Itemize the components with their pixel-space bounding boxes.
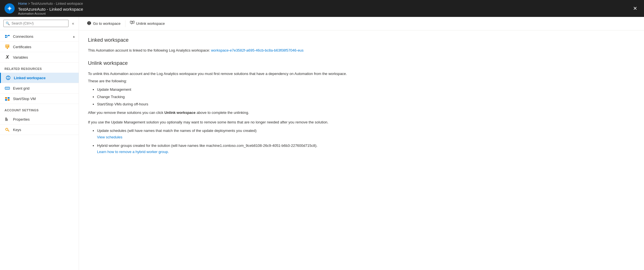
connections-expand-icon: ▲ xyxy=(72,35,75,38)
startstop-vm-icon xyxy=(5,96,10,101)
linked-workspace-title: Linked workspace xyxy=(88,37,635,43)
related-resources-header: RELATED RESOURCES xyxy=(0,64,79,72)
breadcrumb: Home > TestAzureAuto - Linked workspace xyxy=(18,2,83,6)
svg-rect-9 xyxy=(6,46,8,47)
svg-point-10 xyxy=(6,47,8,49)
svg-point-0 xyxy=(8,7,11,10)
linked-workspace-section: Linked workspace This Automation account… xyxy=(88,37,635,54)
event-grid-label: Event grid xyxy=(13,86,30,90)
main-layout: 🔍 « Connections ▲ xyxy=(0,17,644,270)
page-title: TestAzureAuto - Linked workspace xyxy=(18,7,83,12)
svg-rect-8 xyxy=(6,45,9,46)
unlink-workspace-section: Unlink workspace To unlink this Automati… xyxy=(88,60,635,155)
linked-workspace-body: This Automation account is linked to the… xyxy=(88,48,635,54)
nav-section-related: Linked workspace Event grid xyxy=(0,72,79,105)
bullet-update-management: Update Management xyxy=(97,87,635,93)
bullet-startstop-vms: Start/Stop VMs during off-hours xyxy=(97,101,635,107)
update-bullets: Update schedules (will have names that m… xyxy=(88,128,635,155)
update-bullet-schedules: Update schedules (will have names that m… xyxy=(97,128,635,140)
title-bar: Home > TestAzureAuto - Linked workspace … xyxy=(0,0,644,17)
sidebar-item-variables[interactable]: X Variables xyxy=(0,52,79,63)
content-area: Go to workspace Unlink workspace Linked … xyxy=(79,17,644,270)
certificates-icon xyxy=(5,44,10,50)
linked-workspace-label: Linked workspace xyxy=(14,76,46,80)
certificates-label: Certificates xyxy=(13,45,31,49)
unlink-workspace-button[interactable]: Unlink workspace xyxy=(127,19,168,28)
sidebar-item-linked-workspace[interactable]: Linked workspace xyxy=(0,73,79,83)
variables-icon: X xyxy=(5,54,10,60)
svg-rect-2 xyxy=(8,35,10,36)
search-bar: 🔍 « xyxy=(0,17,79,30)
startstop-vm-label: Start/Stop VM xyxy=(13,97,36,101)
account-settings-header: ACCOUNT SETTINGS xyxy=(0,105,79,113)
search-input[interactable] xyxy=(3,20,69,27)
svg-rect-23 xyxy=(7,119,8,121)
properties-label: Properties xyxy=(13,117,30,121)
unlink-workspace-title: Unlink workspace xyxy=(88,60,635,66)
unlink-workspace-icon xyxy=(130,21,134,26)
sidebar-item-startstop-vm[interactable]: Start/Stop VM xyxy=(0,94,79,104)
unlink-workspace-label: Unlink workspace xyxy=(136,21,165,26)
update-bullet-hybrid: Hybrid worker groups created for the sol… xyxy=(97,143,635,155)
variables-label: Variables xyxy=(13,55,28,59)
svg-rect-17 xyxy=(5,97,7,99)
toolbar-divider xyxy=(125,20,125,27)
nav-section-account: Properties Keys xyxy=(0,113,79,136)
goto-workspace-button[interactable]: Go to workspace xyxy=(83,19,124,28)
svg-rect-20 xyxy=(8,99,10,101)
unlink-desc3-bold: Unlink workspace xyxy=(164,110,196,115)
goto-workspace-icon xyxy=(87,21,91,26)
page-content: Linked workspace This Automation account… xyxy=(79,30,644,270)
keys-icon xyxy=(5,127,10,132)
unlink-desc1: To unlink this Automation account and th… xyxy=(88,71,635,77)
app-icon xyxy=(5,3,15,14)
sidebar-item-certificates[interactable]: Certificates xyxy=(0,42,79,52)
svg-rect-18 xyxy=(8,97,10,99)
connections-icon xyxy=(5,34,10,39)
sidebar-item-connections[interactable]: Connections ▲ xyxy=(0,31,79,42)
svg-line-29 xyxy=(131,23,133,24)
sidebar: 🔍 « Connections ▲ xyxy=(0,17,79,270)
sidebar-item-keys[interactable]: Keys xyxy=(0,125,79,135)
svg-rect-21 xyxy=(5,118,6,121)
connections-label: Connections xyxy=(13,34,33,39)
learn-hybrid-link[interactable]: Learn how to remove a hybrid worker grou… xyxy=(97,150,169,154)
unlink-desc3-part2: above to complete the unlinking. xyxy=(196,110,249,115)
unlink-desc3: After you remove these solutions you can… xyxy=(88,110,635,116)
keys-label: Keys xyxy=(13,128,21,132)
unlink-desc3-part1: After you remove these solutions you can… xyxy=(88,110,164,115)
svg-rect-22 xyxy=(6,118,7,121)
svg-rect-1 xyxy=(5,35,6,36)
breadcrumb-home[interactable]: Home xyxy=(18,2,27,6)
linked-workspace-icon xyxy=(5,75,11,81)
event-grid-icon xyxy=(5,85,10,91)
linked-workspace-desc: This Automation account is linked to the… xyxy=(88,48,210,52)
properties-icon xyxy=(5,116,10,122)
svg-rect-3 xyxy=(5,37,6,38)
update-management-desc: If you use the Update Management solutio… xyxy=(88,119,635,125)
workspace-link[interactable]: workspace-e7e3582f-a695-46cb-bc8a-b63f08… xyxy=(211,48,303,52)
toolbar: Go to workspace Unlink workspace xyxy=(79,17,644,30)
search-icon: 🔍 xyxy=(6,21,10,25)
unlink-bullets: Update Management Change Tracking Start/… xyxy=(88,87,635,107)
svg-point-24 xyxy=(6,128,8,130)
collapse-button[interactable]: « xyxy=(71,20,75,27)
update-bullet-schedules-text: Update schedules (will have names that m… xyxy=(97,129,257,133)
goto-workspace-label: Go to workspace xyxy=(93,21,121,26)
unlink-workspace-body: To unlink this Automation account and th… xyxy=(88,71,635,155)
update-bullet-hybrid-text: Hybrid worker groups created for the sol… xyxy=(97,143,317,148)
close-button[interactable]: ✕ xyxy=(631,4,639,13)
svg-rect-19 xyxy=(5,99,7,101)
view-schedules-link[interactable]: View schedules xyxy=(97,135,122,139)
title-text: Home > TestAzureAuto - Linked workspace … xyxy=(18,2,83,15)
sidebar-item-event-grid[interactable]: Event grid xyxy=(0,83,79,94)
nav-section-main: Connections ▲ Certificates X xyxy=(0,30,79,64)
page-subtitle: Automation Account xyxy=(18,12,83,15)
bullet-change-tracking: Change Tracking xyxy=(97,94,635,100)
sidebar-item-properties[interactable]: Properties xyxy=(0,114,79,125)
unlink-desc2: These are the following: xyxy=(88,78,635,84)
